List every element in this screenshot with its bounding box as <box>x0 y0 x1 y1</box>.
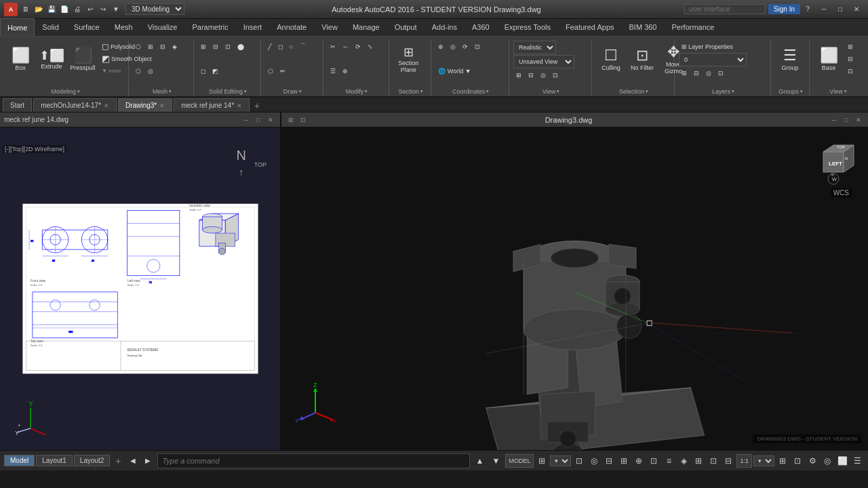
view-btn1[interactable]: ⊞ <box>513 69 524 81</box>
meck-tab-close[interactable]: ✕ <box>237 102 242 109</box>
tab-express[interactable]: Express Tools <box>497 18 558 36</box>
save-as-btn[interactable]: 📄 <box>59 4 70 15</box>
box-button[interactable]: ⬜ Box <box>5 41 35 79</box>
doc-tab-drawing3[interactable]: Drawing3* ✕ <box>118 98 172 112</box>
qa-arrow[interactable]: ▼ <box>111 4 121 15</box>
snap-dropdown[interactable]: ▾ <box>550 455 571 466</box>
mesh-btn2[interactable]: ⊞ <box>145 41 156 52</box>
mesh-arrow[interactable]: ▾ <box>169 89 172 94</box>
culling-button[interactable]: ☐ Culling <box>596 41 626 79</box>
groups-arrow[interactable]: ▾ <box>800 89 803 94</box>
section-arrow[interactable]: ▾ <box>420 89 423 94</box>
no-filter-button[interactable]: ⊡ No Filter <box>627 41 657 79</box>
base-button[interactable]: ⬜ Base <box>814 41 844 79</box>
modify-btn6[interactable]: ⊕ <box>340 65 351 77</box>
tab-mesh[interactable]: Mesh <box>107 18 140 36</box>
tab-home[interactable]: Home <box>0 18 35 36</box>
modeling-arrow[interactable]: ▾ <box>77 89 80 94</box>
coord-world[interactable]: 🌐 World ▼ <box>435 65 473 77</box>
solid-edit-btn5[interactable]: ◻ <box>198 65 208 77</box>
tab-solid[interactable]: Solid <box>35 18 66 36</box>
layout-scroll-right[interactable]: ▶ <box>141 454 155 468</box>
right-panel-close[interactable]: ✕ <box>853 115 864 125</box>
tab-surface[interactable]: Surface <box>66 18 107 36</box>
view-btn2[interactable]: ⊟ <box>526 69 536 81</box>
view-cube[interactable]: LEFT R TOP W N <box>810 138 857 186</box>
undo-btn[interactable]: ↩ <box>85 4 96 15</box>
saved-view-dropdown[interactable]: Unsaved View <box>513 55 574 68</box>
doc-tab-mech[interactable]: mechOnJune14-17* ✕ <box>33 98 117 112</box>
customize-status[interactable]: ☰ <box>850 454 864 468</box>
solid-editing-arrow[interactable]: ▾ <box>244 89 247 94</box>
view-btn3[interactable]: ◎ <box>538 69 549 81</box>
search-input[interactable] <box>684 4 766 14</box>
tab-manage[interactable]: Manage <box>345 18 387 36</box>
tab-annotate[interactable]: Annotate <box>269 18 314 36</box>
draw-btn5[interactable]: ⬡ <box>265 65 276 77</box>
layer-properties-button[interactable]: ⊞ Layer Properties <box>679 41 736 52</box>
left-panel-restore[interactable]: □ <box>253 115 264 125</box>
otrack-toggle[interactable]: ⊞ <box>617 454 631 468</box>
osnap-toggle[interactable]: ⊟ <box>602 454 616 468</box>
grid-toggle[interactable]: ⊞ <box>535 454 549 468</box>
mesh-btn4[interactable]: ◈ <box>170 41 180 52</box>
lineweight-toggle[interactable]: ≡ <box>662 454 675 468</box>
layout-scroll-left[interactable]: ◀ <box>126 454 140 468</box>
modify-btn3[interactable]: ⟳ <box>353 41 363 52</box>
selection-cycle[interactable]: ⊡ <box>707 454 720 468</box>
tab-visualize[interactable]: Visualize <box>140 18 185 36</box>
layers-arrow[interactable]: ▾ <box>732 89 734 94</box>
selection-arrow[interactable]: ▾ <box>646 89 648 94</box>
presspull-button[interactable]: ⬛ Presspull <box>68 41 98 79</box>
view-btn4[interactable]: ⊡ <box>550 69 561 81</box>
draw-btn6[interactable]: ✏ <box>277 65 288 77</box>
command-input[interactable] <box>157 453 470 468</box>
viewport-3d[interactable]: LEFT R TOP W N WCS Z <box>281 127 868 450</box>
tab-addins[interactable]: Add-ins <box>425 18 465 36</box>
layer-btn3[interactable]: ◎ <box>703 67 714 79</box>
command-arrow-down[interactable]: ▼ <box>489 454 502 468</box>
modify-btn4[interactable]: ⤡ <box>365 41 376 52</box>
isolate-obj[interactable]: ◎ <box>821 454 834 468</box>
extrude-button[interactable]: ⬆⬜ Extrude <box>37 41 66 79</box>
hardware-accel[interactable]: ⚙ <box>806 454 819 468</box>
ortho-toggle[interactable]: ⊡ <box>572 454 586 468</box>
layer-dropdown[interactable]: 0 <box>679 53 747 66</box>
tab-parametric[interactable]: Parametric <box>184 18 235 36</box>
modify-btn5[interactable]: ☰ <box>328 65 338 77</box>
mesh-btn5[interactable]: ⬡ <box>133 65 144 77</box>
tab-output[interactable]: Output <box>387 18 425 36</box>
qprops-toggle[interactable]: ⊞ <box>692 454 705 468</box>
draw-btn1[interactable]: ╱ <box>265 41 274 52</box>
model-tab[interactable]: Model <box>4 455 35 466</box>
minimize-btn[interactable]: ─ <box>816 3 831 16</box>
doc-tab-start[interactable]: Start <box>3 98 32 112</box>
draw-btn3[interactable]: ○ <box>287 41 296 52</box>
sign-in-button[interactable]: Sign In <box>768 4 800 14</box>
left-panel-close[interactable]: ✕ <box>265 115 276 125</box>
layout1-tab[interactable]: Layout1 <box>36 455 73 466</box>
modify-arrow[interactable]: ▾ <box>365 89 368 94</box>
tab-featured[interactable]: Featured Apps <box>558 18 622 36</box>
ducs-toggle[interactable]: ⊕ <box>632 454 646 468</box>
coord-btn4[interactable]: ⊡ <box>472 41 483 52</box>
modify-btn2[interactable]: ↔ <box>340 41 351 52</box>
view-arrow[interactable]: ▾ <box>557 89 559 94</box>
layout2-tab[interactable]: Layout2 <box>74 455 111 466</box>
right-panel-btn2[interactable]: ⊡ <box>298 115 309 125</box>
mesh-btn6[interactable]: ◎ <box>145 65 156 77</box>
mesh-btn3[interactable]: ⊟ <box>157 41 168 52</box>
right-panel-btn1[interactable]: ⊞ <box>285 115 296 125</box>
view2-arrow[interactable]: ▾ <box>844 89 847 94</box>
anno-visibility[interactable]: ⊡ <box>791 454 804 468</box>
close-btn[interactable]: ✕ <box>849 3 864 16</box>
coord-btn2[interactable]: ◎ <box>448 41 458 52</box>
redo-btn[interactable]: ↪ <box>98 4 108 15</box>
fullscreen[interactable]: ⬜ <box>835 454 849 468</box>
open-btn[interactable]: 📂 <box>33 4 44 15</box>
workspace-sw[interactable]: ⊞ <box>776 454 789 468</box>
command-arrow-up[interactable]: ▲ <box>473 454 486 468</box>
add-tab-button[interactable]: + <box>251 100 263 112</box>
workspace-selector[interactable]: 3D Modeling <box>125 3 184 15</box>
draw-btn2[interactable]: ◻ <box>275 41 285 52</box>
